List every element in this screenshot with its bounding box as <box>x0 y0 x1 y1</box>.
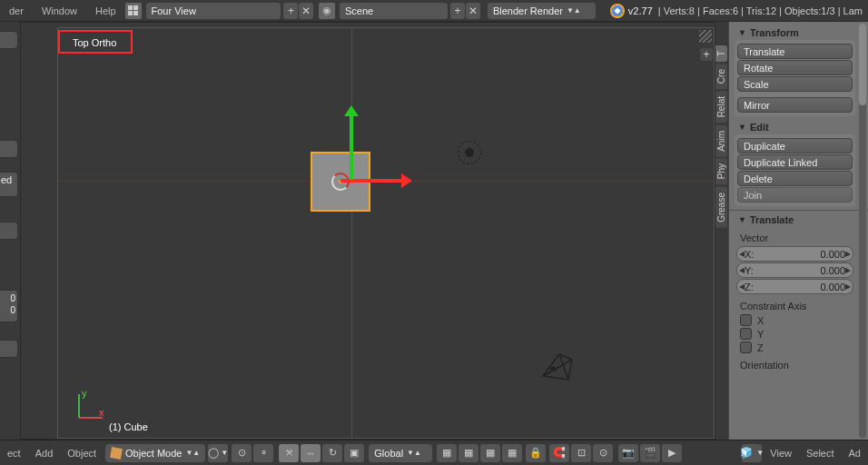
manipulator-y-arrow[interactable] <box>350 114 353 180</box>
layout-remove-button[interactable]: ✕ <box>299 3 313 19</box>
scene-remove-button[interactable]: ✕ <box>466 3 480 19</box>
render-image-icon[interactable]: 📷 <box>618 444 638 462</box>
lamp-object[interactable] <box>458 141 481 164</box>
layout-selector[interactable]: Four View <box>146 3 281 19</box>
tab-grease[interactable]: Grease <box>715 187 727 228</box>
lock-camera-icon[interactable]: 🔒 <box>526 444 546 462</box>
transform-panel-header[interactable]: ▼Transform <box>735 25 855 40</box>
active-object-label: (1) Cube <box>109 421 148 432</box>
snap-toggle[interactable]: 🧲 <box>549 444 569 462</box>
render-opengl-icon[interactable]: ▶ <box>662 444 682 462</box>
scene-stats: | Verts:8 | Faces:6 | Tris:12 | Objects:… <box>653 5 868 16</box>
tab-relations[interactable]: Relat <box>715 91 727 123</box>
n-menu-select[interactable]: Select <box>799 448 842 459</box>
version-label: v2.77 <box>628 5 653 16</box>
stub-2[interactable] <box>0 140 18 158</box>
mini-axis-indicator: y x <box>72 389 108 425</box>
panel-scrollbar[interactable] <box>859 24 866 438</box>
layout-add-button[interactable]: + <box>283 3 298 19</box>
tab-animation[interactable]: Anim <box>715 125 727 157</box>
viewport-inner[interactable]: Top Ortho y x (1) Cube + <box>57 27 715 439</box>
top-menu-bar: der Window Help Four View + ✕ ◉ Scene + … <box>0 0 868 22</box>
layout-selector-label: Four View <box>152 5 196 16</box>
vector-x-field[interactable]: ◀X:0.000▶ <box>736 246 853 262</box>
3d-viewport[interactable]: Top Ortho y x (1) Cube + <box>20 22 715 440</box>
n-menu-add[interactable]: Ad <box>842 448 868 459</box>
snap-target[interactable]: ⊙ <box>593 444 613 462</box>
mirror-button[interactable]: Mirror <box>737 97 853 113</box>
vector-label: Vector <box>736 231 853 245</box>
layers-2[interactable]: ▦ <box>459 444 478 462</box>
layers-1[interactable]: ▦ <box>437 444 457 462</box>
tab-t[interactable]: T <box>715 45 727 62</box>
stub-4[interactable] <box>0 340 18 358</box>
render-engine-selector[interactable]: Blender Render▼▲ <box>488 3 596 19</box>
layout-icon[interactable] <box>125 3 142 19</box>
stub-1[interactable] <box>0 31 18 49</box>
vector-z-field[interactable]: ◀Z:0.000▶ <box>736 279 853 294</box>
manipulator-toggle[interactable]: ⤧ <box>279 444 299 462</box>
viewport-expand-panel[interactable]: + <box>700 48 713 61</box>
constraint-y-checkbox[interactable]: Y <box>736 327 853 341</box>
scene-icon[interactable]: ◉ <box>319 3 335 19</box>
left-toolshelf-stubs: ed 0 0 <box>0 22 20 440</box>
header-menu-select[interactable]: ect <box>0 448 28 459</box>
manipulator-x-head[interactable] <box>401 173 412 188</box>
tab-create[interactable]: Cre <box>715 64 727 89</box>
menu-help[interactable]: Help <box>86 5 125 16</box>
duplicate-linked-button[interactable]: Duplicate Linked <box>737 154 853 170</box>
header-menu-add[interactable]: Add <box>28 448 61 459</box>
vector-y-field[interactable]: ◀Y:0.000▶ <box>736 262 853 278</box>
operator-translate-header[interactable]: ▼Translate <box>735 213 855 227</box>
rotate-button[interactable]: Rotate <box>737 60 853 75</box>
scene-selector-label: Scene <box>345 5 373 16</box>
header-menu-object[interactable]: Object <box>60 448 104 459</box>
toolshelf-tabs: T Cre Relat Anim Phy Grease <box>715 45 728 229</box>
orientation-selector[interactable]: Global▼▲ <box>369 444 432 462</box>
viewport-view-label: Top Ortho <box>65 35 123 52</box>
constraint-x-checkbox[interactable]: X <box>736 313 853 327</box>
svg-text:x: x <box>99 407 104 418</box>
camera-object[interactable] <box>539 351 576 383</box>
render-anim-icon[interactable]: 🎬 <box>640 444 660 462</box>
orientation-label: Orientation <box>736 358 853 372</box>
pivot-selector[interactable]: ⊙ <box>232 444 252 462</box>
scene-add-button[interactable]: + <box>450 3 465 19</box>
constraint-z-checkbox[interactable]: Z <box>736 341 853 354</box>
3dview-header: ect Add Object Object Mode▼▲ ◯▼ ⊙ ⚬ ⤧ ↔ … <box>0 440 868 465</box>
delete-button[interactable]: Delete <box>737 171 853 186</box>
stub-00[interactable]: 0 0 <box>0 290 18 322</box>
scale-button[interactable]: Scale <box>737 76 853 92</box>
constraint-axis-label: Constraint Axis <box>736 299 853 313</box>
render-engine-label: Blender Render <box>493 5 563 16</box>
layers-3[interactable]: ▦ <box>480 444 500 462</box>
viewport-split-corner[interactable] <box>699 30 712 43</box>
duplicate-button[interactable]: Duplicate <box>737 138 853 153</box>
manipulator-scale-icon[interactable]: ▣ <box>344 444 364 462</box>
join-button[interactable]: Join <box>737 187 853 203</box>
mode-selector[interactable]: Object Mode▼▲ <box>105 444 205 462</box>
manipulator-translate-icon[interactable]: ↔ <box>301 444 321 462</box>
svg-text:y: y <box>82 389 87 399</box>
menu-window[interactable]: Window <box>33 5 86 16</box>
snap-element[interactable]: ⊡ <box>571 444 591 462</box>
menu-render[interactable]: der <box>0 5 33 16</box>
manipulator-rotate-icon[interactable]: ↻ <box>322 444 342 462</box>
layers-4[interactable]: ▦ <box>502 444 522 462</box>
n-menu-view[interactable]: View <box>763 448 799 459</box>
properties-region: ▼Transform Translate Rotate Scale Mirror… <box>728 22 868 440</box>
pivot-toggle[interactable]: ⚬ <box>253 444 273 462</box>
manipulator-y-head[interactable] <box>344 105 359 116</box>
edit-panel-header[interactable]: ▼Edit <box>735 120 855 134</box>
stub-ed[interactable]: ed <box>0 172 18 197</box>
stub-3[interactable] <box>0 222 18 240</box>
tab-physics[interactable]: Phy <box>715 158 727 184</box>
editor-type-selector[interactable]: 🧊▼ <box>742 444 762 462</box>
blender-logo-icon <box>610 4 625 18</box>
y-axis-line <box>351 28 352 438</box>
translate-button[interactable]: Translate <box>737 44 853 59</box>
shading-selector[interactable]: ◯▼ <box>208 444 228 462</box>
scene-selector[interactable]: Scene <box>340 3 448 19</box>
